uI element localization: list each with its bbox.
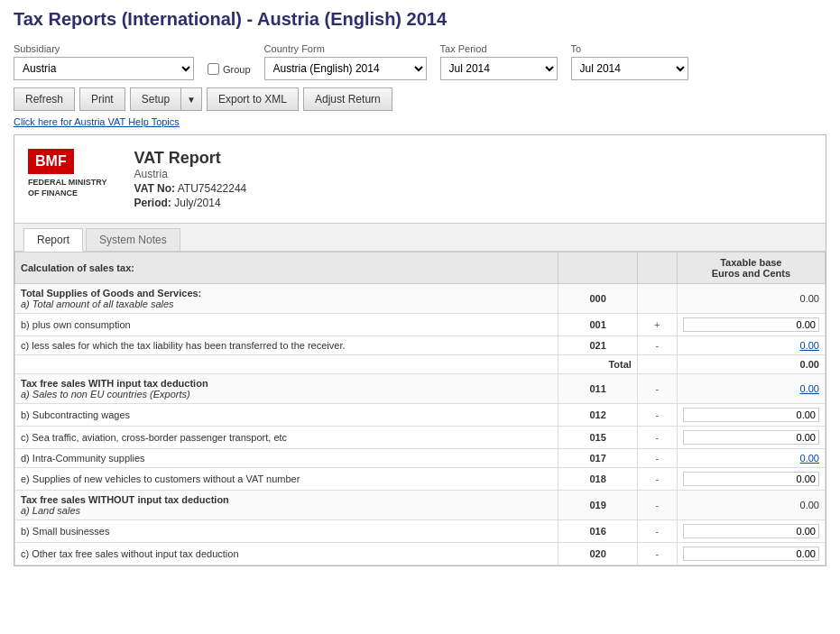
- row-code: 016: [558, 520, 638, 543]
- table-row: b) Subcontracting wages012-: [15, 404, 826, 427]
- row-sign: -: [637, 449, 677, 468]
- bmf-subtitle: FEDERAL MINISTRYOF FINANCE: [28, 178, 107, 198]
- col-code-header: [558, 253, 638, 284]
- row-sign: -: [637, 468, 677, 491]
- row-label: b) plus own consumption: [15, 314, 558, 336]
- print-button[interactable]: Print: [79, 87, 125, 111]
- subsidiary-label: Subsidiary: [14, 43, 194, 54]
- row-code: 019: [558, 491, 638, 520]
- tax-period-label: Tax Period: [440, 43, 558, 54]
- total-amount: 0.00: [677, 355, 825, 374]
- amount-input[interactable]: [683, 524, 819, 538]
- table-row: c) Other tax free sales without input ta…: [15, 543, 826, 565]
- table-row: Tax free sales WITH input tax deductiona…: [15, 374, 826, 404]
- setup-button[interactable]: Setup: [130, 87, 180, 111]
- row-label: c) Sea traffic, aviation, cross-border p…: [15, 427, 558, 449]
- row-label: Tax free sales WITH input tax deductiona…: [15, 374, 558, 404]
- amount-input[interactable]: [683, 430, 819, 445]
- row-amount[interactable]: 0.00: [677, 449, 825, 468]
- to-label: To: [571, 43, 688, 54]
- export-button[interactable]: Export to XML: [207, 87, 299, 111]
- row-code: 012: [558, 404, 638, 427]
- row-sign: -: [637, 336, 677, 355]
- row-code: 018: [558, 468, 638, 491]
- row-code: 020: [558, 543, 638, 565]
- row-amount[interactable]: [677, 543, 825, 565]
- page-title: Tax Reports (International) - Austria (E…: [14, 9, 826, 30]
- help-link[interactable]: Click here for Austria VAT Help Topics: [14, 116, 826, 127]
- report-country: Austria: [134, 168, 247, 180]
- country-form-select[interactable]: Austria (English) 2014: [264, 57, 427, 80]
- row-label: Total Supplies of Goods and Services:a) …: [15, 284, 558, 314]
- subsidiary-group: Subsidiary Austria: [14, 43, 194, 80]
- row-amount[interactable]: 0.00: [677, 374, 825, 404]
- row-amount[interactable]: [677, 427, 825, 449]
- vat-table: Calculation of sales tax: Taxable baseEu…: [14, 252, 826, 565]
- logo-block: BMF FEDERAL MINISTRYOF FINANCE: [28, 149, 107, 198]
- amount-input[interactable]: [683, 408, 819, 422]
- row-amount: 0.00: [677, 491, 825, 520]
- period-value: July/2014: [174, 197, 220, 209]
- row-sign: +: [637, 314, 677, 336]
- vat-no-label: VAT No:: [134, 182, 176, 195]
- vat-no-line: VAT No: ATU75422244: [134, 182, 247, 195]
- adjust-button[interactable]: Adjust Return: [303, 87, 392, 111]
- total-sign: [637, 355, 677, 374]
- col-sign-header: [637, 253, 677, 284]
- tax-period-group: Tax Period Jul 2014: [440, 43, 558, 80]
- amount-input[interactable]: [683, 472, 819, 486]
- row-sign: -: [637, 404, 677, 427]
- tabs-bar: Report System Notes: [14, 224, 826, 252]
- amount-input[interactable]: [683, 317, 819, 332]
- page-container: Tax Reports (International) - Austria (E…: [0, 0, 840, 575]
- group-checkbox[interactable]: [208, 63, 219, 75]
- row-sign: -: [637, 374, 677, 404]
- table-row: Total Supplies of Goods and Services:a) …: [15, 284, 826, 314]
- country-form-group: Country Form Austria (English) 2014: [264, 43, 427, 80]
- row-amount[interactable]: [677, 520, 825, 543]
- table-row: b) plus own consumption001+: [15, 314, 826, 336]
- table-row: c) Sea traffic, aviation, cross-border p…: [15, 427, 826, 449]
- report-title-block: VAT Report Austria VAT No: ATU75422244 P…: [134, 149, 247, 209]
- period-line: Period: July/2014: [134, 197, 247, 209]
- row-sign: [637, 284, 677, 314]
- row-sign: -: [637, 543, 677, 565]
- row-label: c) Other tax free sales without input ta…: [15, 543, 558, 565]
- tax-period-select[interactable]: Jul 2014: [440, 57, 558, 80]
- row-code: 000: [558, 284, 638, 314]
- row-amount[interactable]: 0.00: [677, 336, 825, 355]
- row-amount[interactable]: [677, 314, 825, 336]
- table-row: c) less sales for which the tax liabilit…: [15, 336, 826, 355]
- table-row: b) Small businesses016-: [15, 520, 826, 543]
- setup-dropdown-arrow[interactable]: ▼: [180, 87, 202, 111]
- country-form-label: Country Form: [264, 43, 427, 54]
- row-sign: -: [637, 520, 677, 543]
- bmf-logo: BMF: [28, 149, 74, 174]
- row-code: 001: [558, 314, 638, 336]
- subsidiary-select[interactable]: Austria: [14, 57, 194, 80]
- report-container: BMF FEDERAL MINISTRYOF FINANCE VAT Repor…: [14, 134, 826, 566]
- row-amount[interactable]: [677, 468, 825, 491]
- table-area: Calculation of sales tax: Taxable baseEu…: [14, 252, 826, 565]
- row-label: e) Supplies of new vehicles to customers…: [15, 468, 558, 491]
- row-amount: 0.00: [677, 284, 825, 314]
- to-select[interactable]: Jul 2014: [571, 57, 688, 80]
- amount-input[interactable]: [683, 547, 819, 561]
- setup-split-button: Setup ▼: [130, 87, 202, 111]
- col-amount-header: Taxable baseEuros and Cents: [677, 253, 825, 284]
- total-code: Total: [558, 355, 638, 374]
- row-code: 021: [558, 336, 638, 355]
- group-label: Group: [223, 64, 251, 75]
- row-amount[interactable]: [677, 404, 825, 427]
- row-code: 011: [558, 374, 638, 404]
- tab-report[interactable]: Report: [23, 228, 83, 252]
- table-row: Total0.00: [15, 355, 826, 374]
- row-label: c) less sales for which the tax liabilit…: [15, 336, 558, 355]
- group-checkbox-group: Group: [208, 63, 251, 77]
- refresh-button[interactable]: Refresh: [14, 87, 75, 111]
- row-label: b) Subcontracting wages: [15, 404, 558, 427]
- table-row: d) Intra-Community supplies017-0.00: [15, 449, 826, 468]
- row-code: 017: [558, 449, 638, 468]
- tab-system-notes[interactable]: System Notes: [86, 228, 180, 251]
- period-label: Period:: [134, 197, 171, 209]
